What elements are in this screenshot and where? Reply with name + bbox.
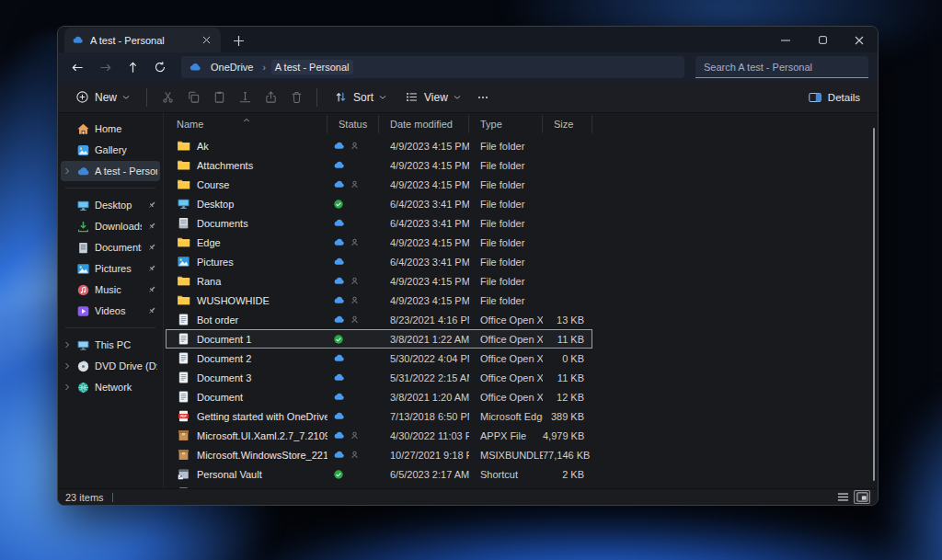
cloud-status-icon: [333, 140, 345, 152]
sync-status-cell: [327, 429, 379, 441]
file-explorer-window: A test - Personal OneDrive › A test - Pe…: [57, 26, 879, 506]
sidebar-item-videos[interactable]: Videos: [61, 301, 160, 321]
address-bar[interactable]: OneDrive › A test - Personal: [181, 56, 684, 78]
column-header-type[interactable]: Type: [469, 115, 543, 133]
shortcut-icon: [177, 467, 190, 481]
cloud-status-icon: [333, 236, 345, 248]
sidebar-item-pictures[interactable]: Pictures: [61, 258, 160, 279]
refresh-icon[interactable]: [148, 56, 172, 78]
file-name-cell: Document 2: [166, 351, 327, 365]
column-header-status[interactable]: Status: [327, 115, 379, 133]
file-row[interactable]: Ak4/9/2023 4:15 PMFile folder: [166, 136, 592, 155]
close-button[interactable]: [841, 28, 878, 52]
maximize-button[interactable]: [804, 28, 841, 52]
forward-icon[interactable]: [93, 56, 117, 78]
details-view-toggle-icon[interactable]: [834, 490, 851, 504]
file-row[interactable]: Document 25/30/2022 4:04 PMOffice Open X…: [166, 349, 592, 368]
more-options-icon[interactable]: [471, 86, 495, 109]
cut-icon[interactable]: [155, 86, 179, 109]
sidebar-item-gallery[interactable]: Gallery: [61, 140, 160, 160]
home-icon: [76, 122, 90, 136]
gallery-icon: [76, 143, 90, 157]
view-button[interactable]: View: [396, 86, 469, 109]
sync-status-cell: [327, 410, 379, 422]
sidebar-item-dvd-drive-d-ccc[interactable]: DVD Drive (D:) CCC: [61, 356, 160, 376]
file-row[interactable]: Document 13/8/2021 1:22 AMOffice Open XM…: [166, 329, 592, 349]
explorer-tab[interactable]: A test - Personal: [64, 28, 221, 52]
chevron-right-icon[interactable]: [63, 167, 72, 175]
date-modified-cell: 4/9/2023 4:15 PM: [379, 276, 469, 287]
delete-icon[interactable]: [284, 86, 308, 109]
pin-icon[interactable]: [146, 263, 157, 274]
sidebar-item-desktop[interactable]: Desktop: [61, 195, 160, 215]
shared-person-icon: [350, 237, 360, 247]
pin-icon[interactable]: [146, 305, 157, 316]
new-button[interactable]: New: [67, 86, 138, 109]
shared-person-icon: [350, 450, 360, 460]
file-name: Document 3: [197, 372, 251, 383]
breadcrumb-onedrive[interactable]: OneDrive: [207, 60, 257, 74]
search-input[interactable]: [704, 62, 860, 73]
up-icon[interactable]: [121, 56, 144, 78]
sidebar-item-music[interactable]: Music: [61, 280, 160, 300]
sidebar-item-a-test-personal[interactable]: A test - Personal: [61, 161, 160, 181]
rename-icon[interactable]: [233, 86, 257, 109]
breadcrumb-current[interactable]: A test - Personal: [271, 60, 353, 74]
chevron-right-icon[interactable]: [63, 383, 72, 391]
vertical-scrollbar[interactable]: [873, 128, 875, 481]
file-row[interactable]: Pictures6/4/2023 3:41 PMFile folder: [166, 252, 592, 271]
file-row[interactable]: PDFGetting started with OneDrive7/13/201…: [166, 406, 592, 426]
sidebar-item-network[interactable]: Network: [61, 377, 160, 397]
back-icon[interactable]: [65, 56, 89, 78]
minimize-button[interactable]: [767, 28, 804, 52]
copy-icon[interactable]: [181, 86, 205, 109]
file-row[interactable]: Microsoft.WindowsStore_22110.1401.10.0..…: [166, 445, 592, 464]
breadcrumb-separator-icon: ›: [262, 63, 265, 73]
sidebar-item-documents[interactable]: Documents: [61, 237, 160, 257]
sidebar-item-downloads[interactable]: Downloads: [61, 216, 160, 236]
file-row[interactable]: Rana4/9/2023 4:15 PMFile folder: [166, 271, 592, 291]
column-header-size[interactable]: Size: [543, 115, 592, 133]
new-tab-button[interactable]: [226, 29, 250, 52]
sidebar-item-home[interactable]: Home: [61, 119, 160, 139]
column-header-name[interactable]: Name: [166, 115, 327, 133]
file-type-cell: File folder: [469, 218, 543, 229]
file-row-partial[interactable]: [166, 484, 592, 488]
file-row[interactable]: Attachments4/9/2023 4:15 PMFile folder: [166, 155, 592, 175]
column-header-date-modified[interactable]: Date modified: [379, 115, 469, 133]
file-row[interactable]: Desktop6/4/2023 3:41 PMFile folder: [166, 194, 592, 213]
chevron-right-icon[interactable]: [63, 362, 72, 370]
file-row[interactable]: Personal Vault6/5/2023 2:17 AMShortcut2 …: [166, 464, 592, 484]
date-modified-cell: 10/27/2021 9:18 PM: [379, 450, 469, 461]
dvd-icon: [76, 360, 90, 373]
file-row[interactable]: Bot order8/23/2021 4:16 PMOffice Open XM…: [166, 310, 592, 329]
chevron-right-icon[interactable]: [63, 341, 72, 349]
sort-button[interactable]: Sort: [326, 86, 395, 109]
file-name: Attachments: [197, 160, 253, 171]
file-row[interactable]: Edge4/9/2023 4:15 PMFile folder: [166, 233, 592, 252]
sync-status-cell: [327, 314, 379, 326]
sidebar-item-label: Music: [95, 284, 142, 295]
file-row[interactable]: Document 35/31/2022 2:15 AMOffice Open X…: [166, 368, 592, 387]
tab-close-icon[interactable]: [199, 33, 213, 48]
word-doc-icon: [177, 371, 190, 384]
pin-icon[interactable]: [146, 200, 157, 211]
file-row[interactable]: WUSHOWHIDE4/9/2023 4:15 PMFile folder: [166, 291, 592, 310]
file-row[interactable]: Course4/9/2023 4:15 PMFile folder: [166, 175, 592, 194]
details-button[interactable]: Details: [799, 86, 868, 109]
file-row[interactable]: Documents6/4/2023 3:41 PMFile folder: [166, 213, 592, 233]
share-icon[interactable]: [258, 86, 282, 109]
date-modified-cell: 4/9/2023 4:15 PM: [379, 179, 469, 190]
paste-icon[interactable]: [207, 86, 231, 109]
thumbnail-view-toggle-icon[interactable]: [854, 490, 870, 504]
sidebar-item-this-pc[interactable]: This PC: [61, 335, 160, 355]
pin-icon[interactable]: [146, 284, 157, 295]
pin-icon[interactable]: [146, 221, 157, 232]
search-box[interactable]: [695, 56, 868, 78]
file-row[interactable]: Microsoft.UI.Xaml.2.7_7.2109.13004.0_x64…: [166, 426, 592, 445]
pictures-icon: [177, 255, 190, 269]
pin-icon[interactable]: [146, 242, 157, 253]
file-row[interactable]: Document3/8/2021 1:20 AMOffice Open XML …: [166, 387, 592, 406]
toolbar-divider: [146, 88, 147, 107]
folder-icon: [177, 139, 190, 153]
